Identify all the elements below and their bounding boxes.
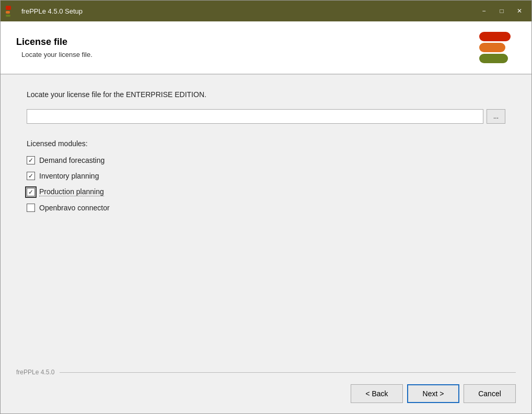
window-controls: − □ ✕ bbox=[476, 5, 527, 17]
footer-divider bbox=[60, 372, 516, 373]
modules-label: Licensed modules: bbox=[27, 139, 505, 148]
window-title: frePPLe 4.5.0 Setup bbox=[21, 7, 476, 15]
titlebar: frePPLe 4.5.0 Setup − □ ✕ bbox=[1, 1, 531, 21]
cancel-button[interactable]: Cancel bbox=[464, 384, 516, 403]
version-row: frePPLe 4.5.0 bbox=[16, 369, 516, 376]
page-subtitle: Locate your license file. bbox=[21, 51, 92, 58]
frepple-logo bbox=[479, 32, 511, 63]
openbravo-connector-checkbox[interactable] bbox=[27, 204, 35, 212]
svg-rect-1 bbox=[6, 11, 10, 14]
module-item: Openbravo connector bbox=[27, 204, 505, 212]
modules-list: Demand forecasting Inventory planning Pr… bbox=[27, 156, 505, 212]
file-input-row: ... bbox=[27, 109, 505, 124]
next-button[interactable]: Next > bbox=[407, 384, 459, 403]
setup-window: frePPLe 4.5.0 Setup − □ ✕ License file L… bbox=[0, 0, 532, 414]
openbravo-connector-label: Openbravo connector bbox=[39, 204, 110, 212]
module-item: Production planning bbox=[27, 187, 505, 196]
app-icon bbox=[5, 5, 17, 17]
production-planning-label: Production planning bbox=[39, 187, 104, 196]
page-header: License file Locate your license file. bbox=[1, 21, 531, 75]
license-file-input[interactable] bbox=[27, 109, 483, 124]
locate-description: Locate your license file for the ENTERPR… bbox=[27, 90, 505, 99]
logo-bar-red bbox=[479, 32, 511, 41]
production-planning-checkbox[interactable] bbox=[27, 188, 35, 196]
header-text: License file Locate your license file. bbox=[16, 37, 92, 58]
maximize-button[interactable]: □ bbox=[494, 5, 510, 17]
page-title: License file bbox=[16, 37, 92, 48]
version-label: frePPLe 4.5.0 bbox=[16, 369, 54, 376]
minimize-button[interactable]: − bbox=[476, 5, 492, 17]
logo-bar-orange bbox=[479, 43, 505, 52]
back-button[interactable]: < Back bbox=[351, 384, 403, 403]
footer: frePPLe 4.5.0 < Back Next > Cancel bbox=[1, 363, 531, 413]
inventory-planning-checkbox[interactable] bbox=[27, 172, 35, 180]
module-item: Demand forecasting bbox=[27, 156, 505, 164]
module-item: Inventory planning bbox=[27, 172, 505, 180]
demand-forecasting-checkbox[interactable] bbox=[27, 156, 35, 164]
svg-rect-2 bbox=[6, 15, 10, 17]
svg-rect-0 bbox=[6, 6, 11, 10]
footer-buttons: < Back Next > Cancel bbox=[16, 384, 516, 403]
browse-button[interactable]: ... bbox=[487, 109, 505, 124]
demand-forecasting-label: Demand forecasting bbox=[39, 156, 105, 164]
inventory-planning-label: Inventory planning bbox=[39, 172, 99, 180]
close-button[interactable]: ✕ bbox=[512, 5, 527, 17]
content-area: Locate your license file for the ENTERPR… bbox=[1, 75, 531, 363]
logo-bar-green bbox=[479, 54, 508, 63]
